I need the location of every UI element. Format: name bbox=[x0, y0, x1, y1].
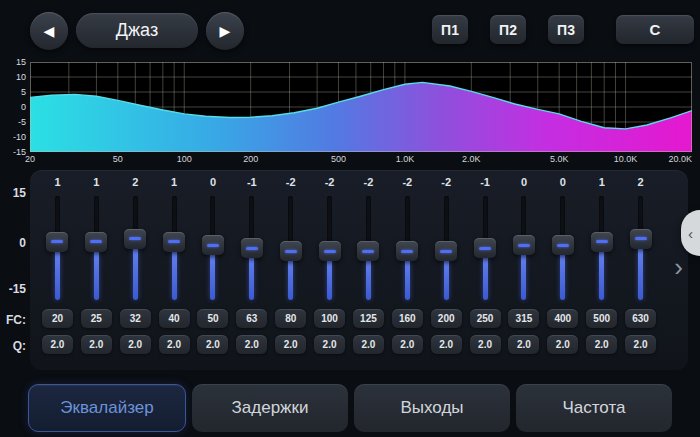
band-q-value[interactable]: 2.0 bbox=[586, 335, 617, 354]
chart-y-tick-label: -15 bbox=[0, 147, 26, 158]
slider-thumb[interactable] bbox=[85, 232, 107, 252]
band-q-value[interactable]: 2.0 bbox=[159, 335, 190, 354]
slider-thumb[interactable] bbox=[280, 241, 302, 261]
band-q-value[interactable]: 2.0 bbox=[81, 335, 112, 354]
slider-thumb[interactable] bbox=[513, 235, 535, 255]
fc-row-label: FC: bbox=[0, 314, 26, 327]
slider-thumb[interactable] bbox=[46, 232, 68, 252]
band-fc-value[interactable]: 20 bbox=[42, 309, 73, 328]
tab-delays[interactable]: Задержки bbox=[192, 384, 348, 432]
band-q-value[interactable]: 2.0 bbox=[314, 335, 345, 354]
band-fc-value[interactable]: 400 bbox=[547, 309, 578, 328]
chart-plot-area bbox=[30, 62, 692, 152]
eq-frequency-chart: 151050-5-10-15 20501002005001.0K2.0K5.0K… bbox=[0, 55, 700, 167]
tab-outputs[interactable]: Выходы bbox=[354, 384, 510, 432]
band-q-value[interactable]: 2.0 bbox=[42, 335, 73, 354]
eq-band-6: -1632.0 bbox=[232, 170, 271, 370]
more-bands-chevron-icon[interactable]: › bbox=[674, 254, 683, 280]
eq-band-panel: 1202.01252.02322.01402.00502.0-1632.0-28… bbox=[30, 170, 688, 370]
slider-thumb-line-icon bbox=[168, 240, 180, 243]
preset-next-button[interactable]: ▶ bbox=[206, 12, 244, 50]
band-gain-slider[interactable] bbox=[116, 192, 155, 306]
band-q-value[interactable]: 2.0 bbox=[508, 335, 539, 354]
slider-thumb[interactable] bbox=[435, 241, 457, 261]
band-q-value[interactable]: 2.0 bbox=[547, 335, 578, 354]
band-gain-slider[interactable] bbox=[582, 192, 621, 306]
band-q-value[interactable]: 2.0 bbox=[431, 335, 462, 354]
bottom-tab-bar: ЭквалайзерЗадержкиВыходыЧастота bbox=[28, 384, 672, 432]
band-gain-slider[interactable] bbox=[77, 192, 116, 306]
slider-thumb[interactable] bbox=[552, 235, 574, 255]
band-gain-slider[interactable] bbox=[466, 192, 505, 306]
band-q-value[interactable]: 2.0 bbox=[353, 335, 384, 354]
band-gain-slider[interactable] bbox=[505, 192, 544, 306]
band-fc-value[interactable]: 200 bbox=[431, 309, 462, 328]
chart-x-tick-label: 20.0K bbox=[668, 154, 692, 165]
reset-button[interactable]: C bbox=[616, 15, 694, 44]
band-q-value[interactable]: 2.0 bbox=[392, 335, 423, 354]
equalizer-screen: ◀ Джаз ▶ П1 П2 П3 C 151050-5-10-15 20501… bbox=[0, 0, 700, 437]
band-gain-value: 0 bbox=[210, 170, 216, 192]
preset-selector[interactable]: Джаз bbox=[76, 13, 198, 48]
memory-button-p2[interactable]: П2 bbox=[490, 15, 526, 44]
slider-thumb[interactable] bbox=[591, 232, 613, 252]
chart-y-tick-label: 10 bbox=[0, 72, 26, 83]
band-fc-value[interactable]: 500 bbox=[586, 309, 617, 328]
band-q-value[interactable]: 2.0 bbox=[275, 335, 306, 354]
band-gain-slider[interactable] bbox=[232, 192, 271, 306]
memory-button-p3[interactable]: П3 bbox=[548, 15, 584, 44]
band-q-value[interactable]: 2.0 bbox=[236, 335, 267, 354]
band-q-value[interactable]: 2.0 bbox=[120, 335, 151, 354]
slider-thumb-line-icon bbox=[596, 240, 608, 243]
band-fc-value[interactable]: 25 bbox=[81, 309, 112, 328]
slider-thumb[interactable] bbox=[202, 235, 224, 255]
chart-x-tick-label: 2.0K bbox=[462, 154, 481, 165]
band-gain-slider[interactable] bbox=[427, 192, 466, 306]
gain-scale-mid-label: 0 bbox=[0, 237, 26, 250]
band-gain-value: 1 bbox=[93, 170, 99, 192]
band-gain-slider[interactable] bbox=[621, 192, 660, 306]
band-gain-slider[interactable] bbox=[38, 192, 77, 306]
band-q-value[interactable]: 2.0 bbox=[197, 335, 228, 354]
band-fc-value[interactable]: 40 bbox=[159, 309, 190, 328]
band-gain-slider[interactable] bbox=[271, 192, 310, 306]
band-gain-slider[interactable] bbox=[155, 192, 194, 306]
band-gain-slider[interactable] bbox=[194, 192, 233, 306]
chart-x-tick-label: 1.0K bbox=[396, 154, 415, 165]
slider-thumb[interactable] bbox=[319, 241, 341, 261]
band-gain-slider[interactable] bbox=[388, 192, 427, 306]
slider-thumb-line-icon bbox=[324, 250, 336, 253]
band-fc-value[interactable]: 32 bbox=[120, 309, 151, 328]
band-gain-slider[interactable] bbox=[543, 192, 582, 306]
band-gain-value: 0 bbox=[521, 170, 527, 192]
band-fc-value[interactable]: 50 bbox=[197, 309, 228, 328]
slider-thumb-line-icon bbox=[518, 244, 530, 247]
band-fc-value[interactable]: 125 bbox=[353, 309, 384, 328]
band-gain-value: -2 bbox=[286, 170, 296, 192]
preset-prev-button[interactable]: ◀ bbox=[30, 12, 68, 50]
band-fc-value[interactable]: 63 bbox=[236, 309, 267, 328]
eq-band-12: -12502.0 bbox=[466, 170, 505, 370]
slider-thumb[interactable] bbox=[124, 229, 146, 249]
slider-thumb[interactable] bbox=[630, 229, 652, 249]
band-q-value[interactable]: 2.0 bbox=[625, 335, 656, 354]
band-fc-value[interactable]: 250 bbox=[470, 309, 501, 328]
slider-thumb[interactable] bbox=[357, 241, 379, 261]
band-gain-value: -1 bbox=[247, 170, 257, 192]
slider-thumb[interactable] bbox=[474, 238, 496, 258]
band-fc-value[interactable]: 315 bbox=[508, 309, 539, 328]
slider-thumb[interactable] bbox=[241, 238, 263, 258]
band-fc-value[interactable]: 160 bbox=[392, 309, 423, 328]
slider-thumb[interactable] bbox=[396, 241, 418, 261]
band-gain-slider[interactable] bbox=[349, 192, 388, 306]
band-q-value[interactable]: 2.0 bbox=[470, 335, 501, 354]
band-gain-slider[interactable] bbox=[310, 192, 349, 306]
memory-button-p1[interactable]: П1 bbox=[432, 15, 468, 44]
band-fc-value[interactable]: 100 bbox=[314, 309, 345, 328]
tab-equalizer[interactable]: Эквалайзер bbox=[28, 384, 186, 432]
slider-thumb-line-icon bbox=[440, 250, 452, 253]
slider-thumb[interactable] bbox=[163, 232, 185, 252]
band-fc-value[interactable]: 80 bbox=[275, 309, 306, 328]
tab-frequency[interactable]: Частота bbox=[516, 384, 672, 432]
band-fc-value[interactable]: 630 bbox=[625, 309, 656, 328]
